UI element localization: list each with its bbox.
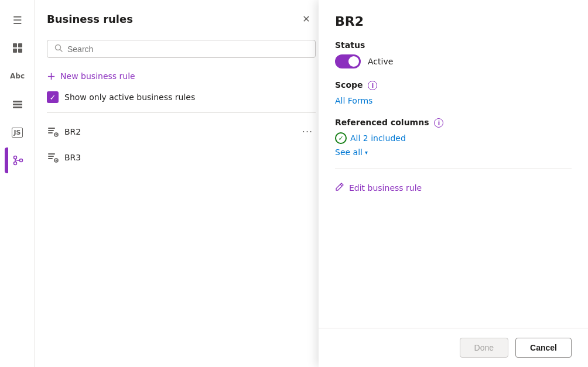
status-value: Active — [368, 57, 393, 66]
js-icon: JS — [12, 128, 22, 138]
search-input[interactable] — [67, 44, 308, 54]
search-box — [47, 40, 316, 58]
ref-columns-info-icon[interactable]: i — [434, 118, 443, 128]
svg-rect-5 — [13, 104, 22, 105]
svg-line-12 — [60, 50, 63, 52]
svg-rect-14 — [48, 130, 54, 131]
ref-columns-value[interactable]: All 2 included — [350, 133, 406, 143]
sidebar-item-layers[interactable] — [5, 91, 30, 117]
detail-divider — [335, 169, 572, 169]
ref-columns-label: Referenced columns i — [335, 118, 572, 128]
layers-icon — [12, 98, 23, 110]
branch-icon — [12, 155, 24, 166]
done-button[interactable]: Done — [460, 338, 508, 358]
sidebar-item-branch[interactable] — [5, 148, 30, 173]
new-business-rule-button[interactable]: + New business rule — [35, 65, 327, 87]
table-row[interactable]: BR3 — [35, 146, 327, 169]
svg-rect-19 — [48, 153, 55, 155]
svg-rect-6 — [13, 107, 22, 108]
show-active-label: Show only active business rules — [64, 92, 195, 102]
grid-icon — [12, 42, 23, 54]
svg-point-9 — [14, 162, 17, 165]
rule-item-left: BR3 — [47, 152, 81, 163]
svg-rect-0 — [13, 43, 17, 47]
edit-business-rule-button[interactable]: Edit business rule — [335, 179, 572, 197]
search-icon — [54, 44, 63, 54]
svg-rect-4 — [13, 101, 22, 102]
cancel-button[interactable]: Cancel — [515, 338, 572, 358]
status-label: Status — [335, 40, 572, 50]
panel-header: Business rules ✕ — [35, 0, 327, 35]
plus-icon: + — [47, 70, 56, 82]
sidebar-rail: ☰ Abc JS — [0, 0, 35, 367]
detail-panel: BR2 Status Active Scope i All For — [319, 0, 588, 367]
ref-col-row: ✓ All 2 included — [335, 132, 572, 144]
edit-label: Edit business rule — [349, 183, 422, 193]
detail-body: BR2 Status Active Scope i All For — [319, 0, 588, 328]
show-active-checkbox-row[interactable]: ✓ Show only active business rules — [35, 87, 327, 112]
svg-rect-3 — [18, 49, 22, 53]
svg-point-7 — [14, 156, 17, 159]
svg-rect-21 — [48, 158, 53, 159]
checkmark-icon: ✓ — [50, 93, 56, 102]
svg-rect-1 — [18, 43, 22, 47]
business-rules-panel: Business rules ✕ + New business rule — [35, 0, 328, 367]
table-row[interactable]: BR2 ··· — [35, 118, 327, 146]
new-rule-label: New business rule — [60, 71, 135, 81]
svg-line-25 — [340, 184, 342, 186]
rule-more-button-br2[interactable]: ··· — [299, 124, 316, 140]
toggle-thumb — [348, 56, 359, 67]
svg-rect-15 — [48, 132, 53, 133]
rules-list: BR2 ··· BR3 — [35, 113, 327, 174]
panel-title: Business rules — [47, 13, 133, 25]
detail-footer: Done Cancel — [319, 328, 588, 367]
toggle-row: Active — [335, 54, 572, 68]
rule-name-br3: BR3 — [64, 153, 81, 162]
close-icon: ✕ — [302, 13, 310, 25]
scope-label: Scope i — [335, 80, 572, 90]
chevron-down-icon: ▾ — [365, 149, 368, 156]
ellipsis-icon: ··· — [302, 126, 313, 138]
search-container — [35, 35, 327, 65]
main-area: Business rules ✕ + New business rule — [35, 0, 588, 367]
detail-title: BR2 — [335, 14, 572, 29]
hamburger-icon: ☰ — [12, 14, 22, 26]
see-all-button[interactable]: See all ▾ — [335, 148, 572, 157]
status-toggle[interactable] — [335, 54, 361, 68]
sidebar-item-js[interactable]: JS — [5, 119, 30, 145]
close-panel-button[interactable]: ✕ — [297, 9, 316, 28]
rule-item-left: BR2 — [47, 126, 81, 138]
svg-point-8 — [20, 159, 23, 162]
edit-icon — [335, 182, 344, 194]
svg-rect-13 — [48, 128, 55, 129]
business-rule-icon — [47, 126, 59, 138]
check-circle-icon: ✓ — [335, 132, 347, 144]
svg-rect-2 — [13, 49, 17, 53]
status-section: Status Active — [335, 40, 572, 68]
scope-info-icon[interactable]: i — [368, 81, 377, 90]
scope-section: Scope i All Forms — [335, 80, 572, 106]
scope-value[interactable]: All Forms — [335, 96, 372, 105]
sidebar-item-grid[interactable] — [5, 35, 30, 61]
rule-name-br2: BR2 — [64, 127, 81, 136]
sidebar-item-menu[interactable]: ☰ — [5, 7, 30, 33]
referenced-columns-section: Referenced columns i ✓ All 2 included Se… — [335, 118, 572, 157]
business-rule-icon — [47, 152, 59, 163]
see-all-label: See all — [335, 148, 363, 157]
svg-rect-20 — [48, 156, 54, 157]
show-active-checkbox[interactable]: ✓ — [47, 91, 59, 103]
sidebar-item-text[interactable]: Abc — [5, 63, 30, 89]
checkmark-icon: ✓ — [338, 135, 343, 142]
text-abc-icon: Abc — [10, 72, 25, 80]
